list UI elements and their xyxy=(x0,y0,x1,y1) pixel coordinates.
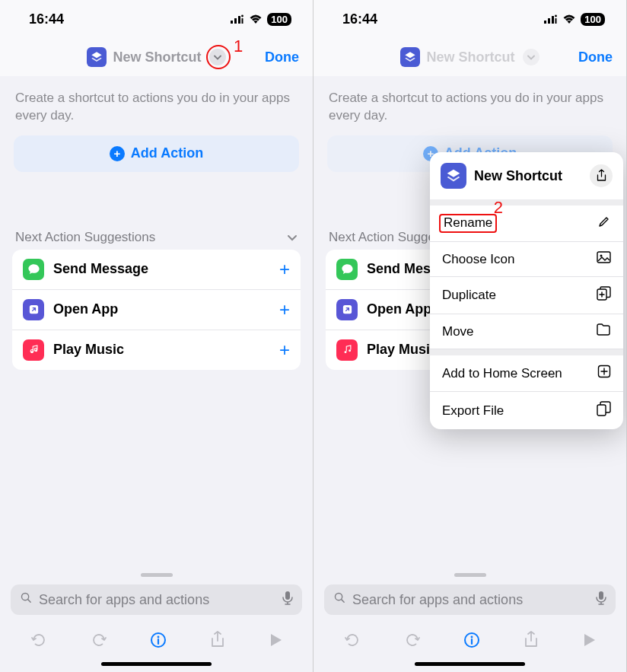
menu-export-file[interactable]: Export File xyxy=(430,392,623,429)
info-button[interactable] xyxy=(149,631,167,649)
pencil-icon xyxy=(597,215,611,232)
chevron-down-icon[interactable] xyxy=(523,49,539,65)
menu-choose-icon[interactable]: Choose Icon xyxy=(430,242,623,277)
battery-icon: 100 xyxy=(581,13,605,26)
image-icon xyxy=(597,251,611,267)
popover-title: New Shortcut xyxy=(474,168,582,184)
svg-rect-0 xyxy=(231,21,233,24)
open-app-icon xyxy=(336,299,358,320)
battery-icon: 100 xyxy=(267,13,291,26)
status-bar: 16:44 100 xyxy=(314,0,626,38)
suggestion-send-message[interactable]: Send Message + xyxy=(12,250,301,290)
callout-number-1: 1 xyxy=(234,37,243,56)
undo-button[interactable] xyxy=(343,631,361,649)
svg-point-6 xyxy=(30,352,33,354)
suggestion-label: Open App xyxy=(53,301,118,317)
redo-button[interactable] xyxy=(90,631,108,649)
plus-icon: + xyxy=(110,146,125,161)
toolbar xyxy=(314,621,626,659)
wifi-icon xyxy=(249,14,263,24)
bottom-sheet: Search for apps and actions xyxy=(314,573,626,672)
svg-point-15 xyxy=(555,14,557,17)
svg-rect-2 xyxy=(238,16,240,24)
plus-icon[interactable]: + xyxy=(279,339,290,361)
status-bar: 16:44 100 xyxy=(0,0,313,38)
suggestions-list: Send Message + Open App + Play Music + xyxy=(12,250,301,370)
redo-button[interactable] xyxy=(403,631,422,649)
shortcut-app-icon xyxy=(400,47,420,67)
suggestion-label: Play Music xyxy=(367,342,438,358)
time-label: 16:44 xyxy=(29,11,64,27)
signal-icon xyxy=(231,11,244,27)
messages-icon xyxy=(23,259,44,280)
add-action-label: Add Action xyxy=(131,145,203,161)
helper-text: Create a shortcut to actions you do in y… xyxy=(0,76,313,135)
home-indicator[interactable] xyxy=(415,662,525,666)
nav-title: New Shortcut xyxy=(113,49,201,65)
nav-bar: New Shortcut Done xyxy=(314,38,626,76)
done-button[interactable]: Done xyxy=(578,49,613,65)
callout-number-2: 2 xyxy=(494,198,503,218)
add-square-icon xyxy=(597,365,611,382)
wifi-icon xyxy=(562,14,576,24)
duplicate-icon xyxy=(597,286,611,304)
menu-home-screen[interactable]: Add to Home Screen xyxy=(430,355,623,392)
share-button[interactable] xyxy=(523,630,539,650)
menu-duplicate[interactable]: Duplicate xyxy=(430,277,623,314)
share-button[interactable] xyxy=(209,630,226,650)
add-action-button[interactable]: + Add Action xyxy=(14,135,299,172)
svg-rect-26 xyxy=(599,591,603,600)
popover-header: New Shortcut xyxy=(430,152,623,199)
svg-point-28 xyxy=(471,636,473,639)
svg-rect-12 xyxy=(544,21,546,24)
phone-left: 16:44 100 New Shortcut Done 1 Create a s… xyxy=(0,0,314,672)
suggestions-header-label: Next Action Suggestions xyxy=(15,230,155,245)
home-indicator[interactable] xyxy=(101,662,212,666)
done-button[interactable]: Done xyxy=(265,49,299,65)
nav-title-group[interactable]: New Shortcut xyxy=(400,47,539,67)
phone-right: 16:44 100 New Shortcut Done Create a sho… xyxy=(314,0,627,672)
suggestions-header[interactable]: Next Action Suggestions xyxy=(15,230,298,245)
svg-rect-24 xyxy=(597,405,606,416)
suggestion-play-music[interactable]: Play Music + xyxy=(12,330,301,370)
undo-button[interactable] xyxy=(30,631,48,649)
search-icon xyxy=(20,591,33,608)
menu-rename[interactable]: Rename xyxy=(430,205,623,242)
export-icon xyxy=(597,401,611,420)
play-button[interactable] xyxy=(581,632,597,648)
info-button[interactable] xyxy=(463,631,481,649)
menu-move[interactable]: Move xyxy=(430,314,623,349)
shortcut-app-icon xyxy=(441,163,466,189)
folder-icon xyxy=(596,323,611,339)
chevron-down-icon xyxy=(287,230,298,245)
context-menu-popover: New Shortcut Rename Choose Icon Duplicat… xyxy=(430,152,623,429)
plus-icon[interactable]: + xyxy=(279,299,290,320)
search-input[interactable]: Search for apps and actions xyxy=(11,584,302,615)
suggestion-label: Open App xyxy=(367,301,431,317)
shortcut-app-icon xyxy=(87,47,107,67)
share-button[interactable] xyxy=(590,164,613,187)
suggestion-label: Send Message xyxy=(53,261,148,277)
mic-icon[interactable] xyxy=(596,591,606,609)
svg-point-3 xyxy=(241,14,243,17)
svg-rect-14 xyxy=(552,16,554,24)
status-right: 100 xyxy=(544,11,605,27)
mic-icon[interactable] xyxy=(282,591,293,609)
suggestion-label: Play Music xyxy=(53,342,124,358)
play-button[interactable] xyxy=(268,632,283,648)
callout-box-2: Rename xyxy=(439,214,497,233)
plus-icon[interactable]: + xyxy=(279,259,290,280)
svg-point-7 xyxy=(35,350,37,352)
status-right: 100 xyxy=(231,11,291,27)
grabber-icon[interactable] xyxy=(141,573,173,577)
search-input[interactable]: Search for apps and actions xyxy=(324,584,616,615)
search-icon xyxy=(333,591,346,608)
content-area: Create a shortcut to actions you do in y… xyxy=(0,76,313,672)
suggestion-open-app[interactable]: Open App + xyxy=(12,290,301,330)
svg-rect-9 xyxy=(285,591,290,600)
chevron-down-icon[interactable] xyxy=(209,49,226,65)
nav-title-group[interactable]: New Shortcut xyxy=(87,47,225,67)
content-area: Create a shortcut to actions you do in y… xyxy=(314,76,626,672)
toolbar xyxy=(0,621,313,659)
grabber-icon[interactable] xyxy=(454,573,486,577)
